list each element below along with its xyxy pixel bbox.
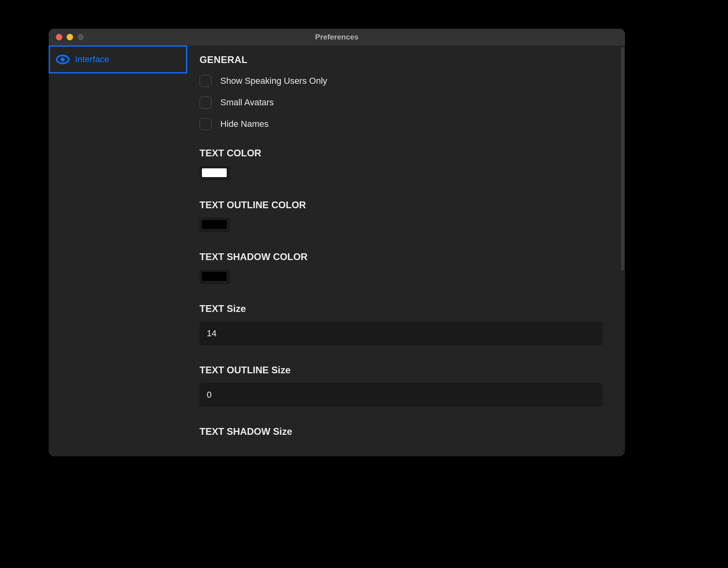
- section-title-text-color: TEXT COLOR: [200, 148, 613, 159]
- section-title-text-outline-color: TEXT OUTLINE COLOR: [200, 199, 613, 211]
- section-title-text-shadow-color: TEXT SHADOW COLOR: [200, 251, 613, 262]
- close-icon[interactable]: [56, 34, 62, 40]
- section-title-text-shadow-size: TEXT SHADOW Size: [200, 426, 613, 437]
- titlebar: Preferences: [49, 29, 625, 45]
- eye-icon: [56, 55, 69, 64]
- svg-point-1: [61, 57, 65, 62]
- checkbox-label: Small Avatars: [220, 97, 274, 108]
- section-title-general: GENERAL: [200, 54, 613, 65]
- text-size-input[interactable]: [200, 321, 603, 345]
- checkbox-label: Hide Names: [220, 119, 269, 129]
- window-controls: [49, 34, 84, 40]
- sidebar: Interface: [49, 45, 188, 456]
- color-swatch: [202, 168, 227, 177]
- section-title-text-size: TEXT Size: [200, 303, 613, 314]
- color-swatch: [202, 220, 227, 229]
- content-pane: GENERAL Show Speaking Users Only Small A…: [188, 45, 625, 456]
- checkbox-show-speaking-users[interactable]: [200, 75, 212, 87]
- option-show-speaking-users: Show Speaking Users Only: [200, 75, 613, 87]
- color-well-text-color[interactable]: [200, 166, 230, 180]
- zoom-icon[interactable]: [77, 34, 84, 40]
- section-title-text-outline-size: TEXT OUTLINE Size: [200, 365, 613, 376]
- color-well-text-shadow-color[interactable]: [200, 270, 230, 284]
- checkbox-small-avatars[interactable]: [200, 97, 212, 108]
- sidebar-item-label: Interface: [75, 54, 109, 65]
- color-well-text-outline-color[interactable]: [200, 218, 230, 232]
- sidebar-item-interface[interactable]: Interface: [49, 45, 187, 73]
- text-outline-size-input[interactable]: [200, 383, 603, 407]
- window-body: Interface GENERAL Show Speaking Users On…: [49, 45, 625, 456]
- color-swatch: [202, 272, 227, 281]
- scrollbar[interactable]: [621, 47, 624, 270]
- preferences-window: Preferences Interface GENERAL Show Speak…: [49, 29, 625, 456]
- minimize-icon[interactable]: [67, 34, 73, 40]
- checkbox-hide-names[interactable]: [200, 118, 212, 130]
- option-hide-names: Hide Names: [200, 118, 613, 130]
- checkbox-label: Show Speaking Users Only: [220, 76, 327, 86]
- option-small-avatars: Small Avatars: [200, 97, 613, 108]
- window-title: Preferences: [49, 33, 625, 41]
